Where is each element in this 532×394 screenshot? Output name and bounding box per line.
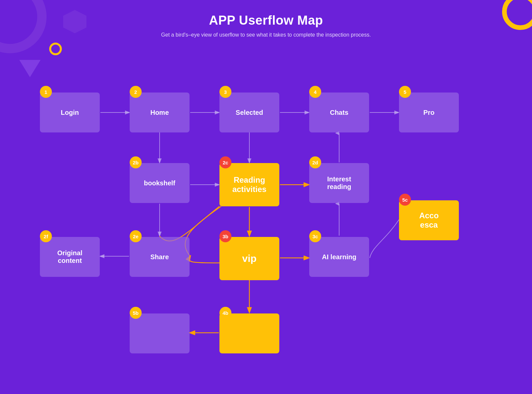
node-vip[interactable]: vip xyxy=(219,237,279,280)
node-interest-reading[interactable]: Interestreading xyxy=(309,163,369,203)
badge-3b: 3b xyxy=(219,230,231,242)
node-5b[interactable] xyxy=(130,313,190,353)
node-4b[interactable] xyxy=(219,313,279,353)
badge-4: 4 xyxy=(309,86,321,98)
node-chats[interactable]: Chats xyxy=(309,93,369,132)
node-ai-learning[interactable]: AI learning xyxy=(309,237,369,277)
badge-3: 3 xyxy=(219,86,231,98)
node-selected[interactable]: Selected xyxy=(219,93,279,132)
node-share[interactable]: Share xyxy=(130,237,190,277)
badge-5: 5 xyxy=(399,86,411,98)
badge-2f: 2f xyxy=(40,230,52,242)
badge-2c: 2c xyxy=(219,156,231,168)
badge-3c: 3c xyxy=(309,230,321,242)
badge-4b: 4b xyxy=(219,307,231,319)
node-pro[interactable]: Pro xyxy=(399,93,459,132)
badge-5c: 5c xyxy=(399,194,411,206)
badge-2e: 2e xyxy=(130,230,142,242)
badge-2b: 2b xyxy=(130,156,142,168)
node-reading-activities[interactable]: Readingactivities xyxy=(219,163,279,206)
node-original-content[interactable]: Originalcontent xyxy=(40,237,100,277)
node-bookshelf[interactable]: bookshelf xyxy=(130,163,190,203)
badge-1: 1 xyxy=(40,86,52,98)
node-5c[interactable]: Accoesca xyxy=(399,200,459,240)
badge-2d: 2d xyxy=(309,156,321,168)
diagram: 1 Login 2 Home 3 Selected 4 Chats 5 Pro … xyxy=(0,0,532,394)
badge-5b: 5b xyxy=(130,307,142,319)
node-home[interactable]: Home xyxy=(130,93,190,132)
node-login[interactable]: Login xyxy=(40,93,100,132)
badge-2: 2 xyxy=(130,86,142,98)
